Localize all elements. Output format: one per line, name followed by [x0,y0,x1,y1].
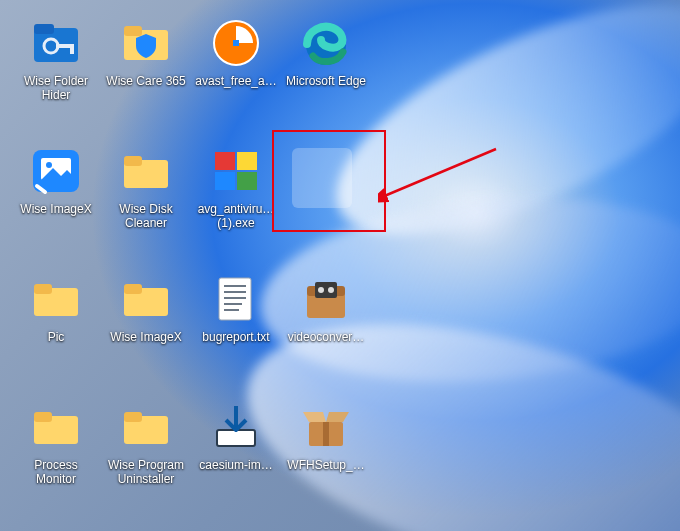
svg-marker-42 [326,412,349,422]
svg-rect-17 [237,152,257,170]
edge-icon [299,16,353,70]
icon-label: WFHSetup_… [287,458,364,472]
svg-point-34 [328,287,334,293]
icon-label: Pic [48,330,65,344]
icon-wise-care-365[interactable]: Wise Care 365 [102,10,190,136]
icon-label: caesium-im… [199,458,272,472]
icon-microsoft-edge[interactable]: Microsoft Edge [282,10,370,136]
icon-label: Wise Disk Cleaner [104,202,188,230]
icon-wfhsetup[interactable]: WFHSetup_… [282,394,370,520]
icon-label: Microsoft Edge [286,74,366,88]
folder-icon [119,144,173,198]
desktop[interactable]: Wise Folder Hider Wise Care 365 avast_fr… [0,0,680,531]
icon-label: Wise ImageX [20,202,91,216]
icon-label: Wise Folder Hider [14,74,98,102]
icon-avast-free[interactable]: avast_free_a… [192,10,280,136]
text-doc-icon [209,272,263,326]
icon-wise-folder-hider[interactable]: Wise Folder Hider [12,10,100,136]
icon-pic-folder[interactable]: Pic [12,266,100,392]
icon-wise-imagex[interactable]: Wise ImageX [12,138,100,264]
download-tray-icon [209,400,263,454]
icon-label: Process Monitor [14,458,98,486]
icon-label: Wise Program Uninstaller [104,458,188,486]
svg-point-13 [46,162,52,168]
svg-rect-23 [124,284,142,294]
icon-process-monitor[interactable]: Process Monitor [12,394,100,520]
icon-label: bugreport.txt [202,330,269,344]
folder-shield-icon [119,16,173,70]
svg-rect-15 [124,156,142,166]
icon-videoconver[interactable]: videoconver… [282,266,370,392]
photo-app-icon [29,144,83,198]
folder-icon [119,272,173,326]
folder-key-icon [29,16,83,70]
svg-point-33 [318,287,324,293]
svg-rect-43 [323,422,329,446]
icon-label: Wise ImageX [110,330,181,344]
icon-label: avg_antiviru…(1).exe [194,202,278,230]
icon-wise-disk-cleaner[interactable]: Wise Disk Cleaner [102,138,190,264]
box-film-icon [299,272,353,326]
icon-label: avast_free_a… [195,74,276,88]
svg-rect-38 [124,412,142,422]
svg-rect-21 [34,284,52,294]
svg-rect-36 [34,412,52,422]
folder-icon [29,272,83,326]
icon-label: Wise Care 365 [106,74,185,88]
svg-marker-41 [303,412,326,422]
svg-rect-39 [217,430,255,446]
folder-icon [29,400,83,454]
avast-icon [209,16,263,70]
svg-rect-9 [233,40,239,46]
svg-rect-6 [124,26,142,36]
svg-rect-1 [34,24,54,34]
icon-caesium-im[interactable]: caesium-im… [192,394,280,520]
box-open-icon [299,400,353,454]
icon-wise-program-uninstaller[interactable]: Wise Program Uninstaller [102,394,190,520]
icon-avg-antivirus[interactable]: avg_antiviru…(1).exe [192,138,280,264]
folder-icon [119,400,173,454]
icon-bugreport-txt[interactable]: bugreport.txt [192,266,280,392]
icon-wise-imagex-folder[interactable]: Wise ImageX [102,266,190,392]
avg-icon [209,144,263,198]
svg-rect-18 [215,172,235,190]
svg-rect-19 [237,172,257,190]
svg-rect-16 [215,152,235,170]
icon-label: videoconver… [288,330,365,344]
svg-rect-4 [70,44,74,54]
